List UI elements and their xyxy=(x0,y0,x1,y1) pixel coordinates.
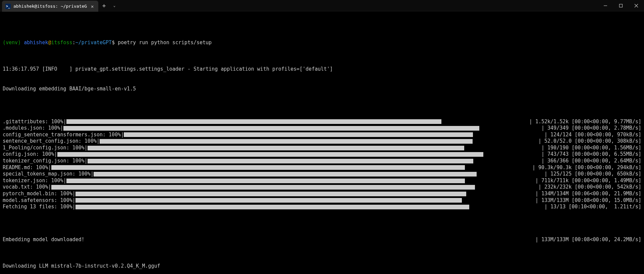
progress-stats: | 134M/134M [00:06<00:00, 21.9MB/s] xyxy=(535,191,641,197)
progress-stats: | 743/743 [00:00<00:00, 6.55MB/s] xyxy=(541,151,641,158)
progress-label: 1_Pooling/config.json: 100% xyxy=(3,145,85,151)
progress-bar xyxy=(51,165,465,170)
progress-stats: | 90.3k/90.3k [00:00<00:00, 294kB/s] xyxy=(532,164,641,171)
tab-dropdown-button[interactable]: ⌄ xyxy=(110,0,119,11)
progress-label: sentence_bert_config.json: 100% xyxy=(3,138,97,145)
progress-label: tokenizer_config.json: 100% xyxy=(3,158,85,164)
window-controls xyxy=(598,0,644,11)
progress-label: model.safetensors: 100% xyxy=(3,197,72,204)
progress-row: tokenizer_config.json: 100%|| 366/366 [0… xyxy=(3,158,641,164)
progress-row: tokenizer.json: 100%|| 711k/711k [00:00<… xyxy=(3,178,641,184)
progress-label: README.md: 100% xyxy=(3,164,48,171)
progress-row: config_sentence_transformers.json: 100%|… xyxy=(3,132,641,138)
progress-label: vocab.txt: 100% xyxy=(3,184,48,191)
progress-row: vocab.txt: 100%|| 232k/232k [00:00<00:00… xyxy=(3,184,641,191)
titlebar: >_ abhishek@itsfoss: ~/privateG ✕ + ⌄ xyxy=(0,0,644,11)
progress-stats: | 13/13 [00:10<00:00, 1.21it/s] xyxy=(544,204,641,210)
progress-bar xyxy=(94,172,477,177)
prompt-at: @ xyxy=(48,40,51,46)
progress-stats: | 52.0/52.0 [00:00<00:00, 308kB/s] xyxy=(538,138,641,145)
progress-bar xyxy=(75,198,462,203)
venv-indicator: (venv) xyxy=(3,40,24,46)
close-window-button[interactable] xyxy=(629,0,644,11)
progress-bar xyxy=(88,146,464,150)
progress-bar xyxy=(66,179,465,183)
progress-row: pytorch_model.bin: 100%|| 134M/134M [00:… xyxy=(3,191,641,197)
progress-stats: | 133M/133M [00:08<00:00, 24.2MB/s] xyxy=(535,236,641,243)
progress-bar xyxy=(63,126,479,131)
progress-label: config_sentence_transformers.json: 100% xyxy=(3,132,121,138)
progress-bar xyxy=(75,205,470,209)
progress-stats: | 1.52k/1.52k [00:00<00:00, 9.77MB/s] xyxy=(529,119,641,125)
new-tab-button[interactable]: + xyxy=(98,0,110,11)
progress-bar xyxy=(66,119,441,124)
progress-stats: | 366/366 [00:00<00:00, 2.64MB/s] xyxy=(541,158,641,164)
progress-row: sentence_bert_config.json: 100%|| 52.0/5… xyxy=(3,138,641,145)
progress-label: Embedding model downloaded! xyxy=(3,236,85,243)
command-text: poetry run python scripts/setup xyxy=(118,40,212,46)
prompt-path: ~/privateGPT xyxy=(75,40,112,46)
titlebar-drag-area[interactable] xyxy=(119,0,598,11)
progress-row: .gitattributes: 100%|| 1.52k/1.52k [00:0… xyxy=(3,119,641,125)
progress-stats: | 133M/133M [00:08<00:00, 15.0MB/s] xyxy=(535,197,641,204)
progress-bar xyxy=(88,159,473,163)
prompt-line: (venv) abhishek@itsfoss:~/privateGPT$ po… xyxy=(3,40,641,46)
progress-label: tokenizer.json: 100% xyxy=(3,178,63,184)
progress-stats: | 125/125 [00:00<00:00, 650kB/s] xyxy=(544,171,641,178)
terminal-viewport[interactable]: (venv) abhishek@itsfoss:~/privateGPT$ po… xyxy=(0,11,644,274)
progress-stats: | 711k/711k [00:00<00:00, 1.49MB/s] xyxy=(535,178,641,184)
progress-row: .modules.json: 100%|| 349/349 [00:00<00:… xyxy=(3,125,641,132)
progress-bar xyxy=(100,139,473,144)
prompt-dollar: $ xyxy=(112,40,118,46)
output-line: Embedding model downloaded! | 133M/133M … xyxy=(3,236,641,243)
progress-label: pytorch_model.bin: 100% xyxy=(3,191,72,197)
prompt-user: abhishek xyxy=(24,40,48,46)
progress-row: special_tokens_map.json: 100%|| 125/125 … xyxy=(3,171,641,178)
progress-row: model.safetensors: 100%|| 133M/133M [00:… xyxy=(3,197,641,204)
output-line: 11:36:17.957 [INFO ] private_gpt.setting… xyxy=(3,66,641,73)
progress-label: Fetching 13 files: 100% xyxy=(3,204,72,210)
progress-label: .modules.json: 100% xyxy=(3,125,60,132)
progress-stats: | 349/349 [00:00<00:00, 2.78MB/s] xyxy=(541,125,641,132)
progress-label: .gitattributes: 100% xyxy=(3,119,63,125)
progress-stats: | 232k/232k [00:00<00:00, 542kB/s] xyxy=(538,184,641,191)
progress-row: config.json: 100%|| 743/743 [00:00<00:00… xyxy=(3,151,641,158)
progress-row: README.md: 100%|| 90.3k/90.3k [00:00<00:… xyxy=(3,164,641,171)
progress-stats: | 190/190 [00:00<00:00, 1.56MB/s] xyxy=(541,145,641,151)
progress-bar xyxy=(51,185,475,190)
output-line: Downloading embedding BAAI/bge-small-en-… xyxy=(3,86,641,92)
progress-bar xyxy=(57,152,483,157)
progress-stats: | 124/124 [00:00<00:00, 970kB/s] xyxy=(544,132,641,138)
minimize-button[interactable] xyxy=(598,0,613,11)
svg-rect-1 xyxy=(620,4,623,7)
progress-label: config.json: 100% xyxy=(3,151,54,158)
maximize-button[interactable] xyxy=(613,0,629,11)
tab-close-button[interactable]: ✕ xyxy=(90,4,95,9)
progress-row: 1_Pooling/config.json: 100%|| 190/190 [0… xyxy=(3,145,641,151)
powershell-icon: >_ xyxy=(5,4,11,9)
terminal-tab[interactable]: >_ abhishek@itsfoss: ~/privateG ✕ xyxy=(2,1,98,12)
output-line: Downloading LLM mistral-7b-instruct-v0.2… xyxy=(3,263,641,270)
tab-title: abhishek@itsfoss: ~/privateG xyxy=(13,4,87,9)
prompt-host: itsfoss xyxy=(51,40,72,46)
progress-row: Fetching 13 files: 100%|| 13/13 [00:10<0… xyxy=(3,204,641,210)
prompt-colon: : xyxy=(72,40,75,46)
progress-bar xyxy=(75,192,466,196)
progress-label: special_tokens_map.json: 100% xyxy=(3,171,91,178)
progress-bar xyxy=(124,132,473,137)
